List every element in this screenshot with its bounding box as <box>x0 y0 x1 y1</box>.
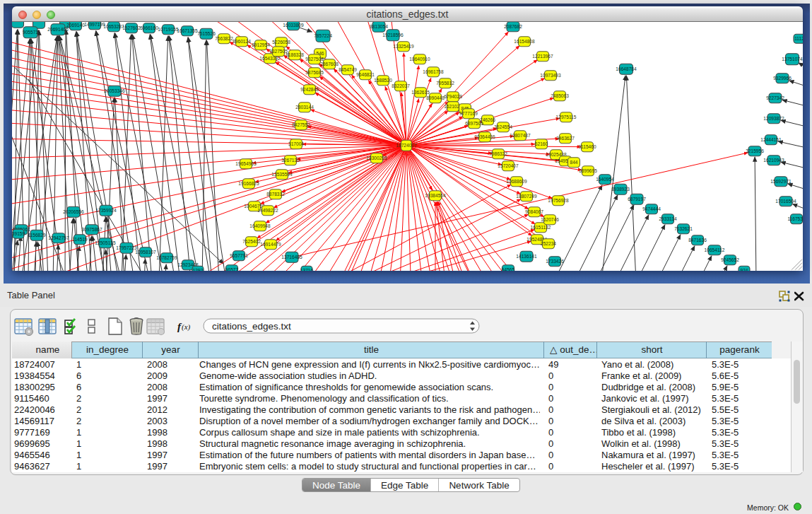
svg-text:9084067: 9084067 <box>525 209 543 214</box>
svg-text:1620746: 1620746 <box>541 217 559 222</box>
svg-text:1640954: 1640954 <box>596 177 614 182</box>
svg-text:1362615: 1362615 <box>411 90 430 95</box>
svg-text:9474444: 9474444 <box>642 206 661 211</box>
svg-text:18300295: 18300295 <box>366 156 387 160</box>
svg-text:2867608: 2867608 <box>320 62 339 66</box>
svg-text:8960124: 8960124 <box>233 39 251 44</box>
svg-text:13716: 13716 <box>300 268 314 271</box>
svg-text:(x): (x) <box>182 322 191 332</box>
svg-text:17359924: 17359924 <box>95 208 117 213</box>
svg-text:7485063: 7485063 <box>551 93 569 98</box>
svg-text:14997199: 14997199 <box>84 22 105 27</box>
svg-text:citations_edges.txt: citations_edges.txt <box>212 321 291 332</box>
svg-text:8878312: 8878312 <box>266 192 285 197</box>
svg-text:19218596: 19218596 <box>382 33 404 37</box>
svg-text:3215956: 3215956 <box>746 148 764 153</box>
svg-text:2933114: 2933114 <box>659 216 677 221</box>
svg-text:20364436: 20364436 <box>474 134 495 139</box>
svg-text:252234: 252234 <box>541 241 556 246</box>
svg-text:2087682: 2087682 <box>504 24 522 29</box>
svg-text:16154808: 16154808 <box>514 39 535 44</box>
svg-text:16210943: 16210943 <box>763 158 784 163</box>
svg-text:94565: 94565 <box>502 267 515 271</box>
svg-text:30975867: 30975867 <box>81 227 102 232</box>
svg-text:10807487: 10807487 <box>510 133 531 138</box>
svg-text:13751074: 13751074 <box>782 57 803 62</box>
svg-text:17016504: 17016504 <box>775 199 796 204</box>
svg-text:6899695: 6899695 <box>579 168 597 173</box>
svg-text:317004: 317004 <box>288 141 304 146</box>
svg-text:16914479: 16914479 <box>260 242 281 247</box>
svg-text:9245652: 9245652 <box>721 257 739 262</box>
svg-text:16671355: 16671355 <box>177 28 198 33</box>
svg-text:7515526: 7515526 <box>197 31 216 36</box>
svg-text:1292: 1292 <box>193 268 204 271</box>
svg-text:9227342: 9227342 <box>766 95 784 100</box>
svg-text:8471636: 8471636 <box>688 238 707 243</box>
svg-text:12505135: 12505135 <box>95 240 116 245</box>
svg-text:10958107: 10958107 <box>135 250 156 255</box>
svg-text:14136141: 14136141 <box>516 254 537 259</box>
svg-text:10719155: 10719155 <box>158 27 179 32</box>
svg-text:15692971: 15692971 <box>770 179 792 184</box>
svg-text:7625402: 7625402 <box>242 239 261 244</box>
svg-text:20206556: 20206556 <box>63 209 84 214</box>
svg-text:14498222: 14498222 <box>257 208 278 213</box>
svg-text:6879197: 6879197 <box>628 197 646 201</box>
svg-text:13716485: 13716485 <box>281 255 302 259</box>
svg-text:6966160: 6966160 <box>140 25 158 30</box>
svg-text:3875685: 3875685 <box>305 70 324 75</box>
svg-text:96577: 96577 <box>225 267 239 271</box>
svg-text:19384554: 19384554 <box>425 193 446 198</box>
svg-text:12093872: 12093872 <box>763 116 784 121</box>
svg-text:1167533: 1167533 <box>787 216 803 221</box>
svg-text:20053346: 20053346 <box>104 88 125 93</box>
svg-text:13325419: 13325419 <box>393 44 414 49</box>
svg-text:19654963: 19654963 <box>235 161 257 166</box>
svg-text:8938923: 8938923 <box>611 187 630 192</box>
svg-text:8427552: 8427552 <box>292 122 310 127</box>
svg-text:7663822: 7663822 <box>215 36 233 41</box>
svg-text:9777169: 9777169 <box>459 111 478 116</box>
svg-text:1733426: 1733426 <box>546 259 564 264</box>
svg-text:9463627: 9463627 <box>556 136 575 141</box>
svg-text:1156829: 1156829 <box>28 233 46 238</box>
svg-text:19756928: 19756928 <box>548 198 569 203</box>
svg-text:2803144: 2803144 <box>295 105 314 110</box>
svg-text:8813054: 8813054 <box>370 24 388 29</box>
svg-text:3624554: 3624554 <box>494 124 512 129</box>
svg-text:114519: 114519 <box>72 237 88 242</box>
svg-text:18807249: 18807249 <box>516 194 537 199</box>
svg-text:9657791: 9657791 <box>230 253 248 258</box>
svg-text:19166825: 19166825 <box>238 181 259 186</box>
svg-text:7955812: 7955812 <box>436 81 454 86</box>
svg-text:2069140: 2069140 <box>66 23 85 28</box>
svg-text:20691406: 20691406 <box>47 27 69 32</box>
svg-text:9115460: 9115460 <box>578 144 596 149</box>
svg-text:9242848: 9242848 <box>300 87 319 92</box>
svg-text:17957223: 17957223 <box>116 245 137 250</box>
svg-text:13535594: 13535594 <box>271 172 293 177</box>
svg-text:5226058: 5226058 <box>272 40 290 45</box>
svg-text:62160: 62160 <box>535 141 548 146</box>
svg-text:16648784: 16648784 <box>616 66 637 71</box>
svg-text:9329966: 9329966 <box>773 76 792 81</box>
svg-text:8454749: 8454749 <box>339 67 357 72</box>
svg-text:8186328: 8186328 <box>286 52 304 57</box>
svg-text:10688609: 10688609 <box>506 179 527 184</box>
svg-text:905571: 905571 <box>23 30 38 35</box>
svg-text:15720407: 15720407 <box>498 163 519 168</box>
svg-text:8912954: 8912954 <box>252 42 270 47</box>
svg-text:10973493: 10973493 <box>540 73 561 78</box>
svg-text:9327508: 9327508 <box>305 57 324 62</box>
svg-text:1527602: 1527602 <box>122 25 141 30</box>
svg-text:10654112: 10654112 <box>705 247 725 252</box>
svg-text:844: 844 <box>570 160 577 165</box>
svg-text:7857224: 7857224 <box>314 33 332 38</box>
svg-text:12444151: 12444151 <box>760 137 782 142</box>
svg-text:16782759: 16782759 <box>156 255 177 260</box>
svg-text:16961758: 16961758 <box>423 69 444 74</box>
svg-text:12213967: 12213967 <box>532 54 553 59</box>
svg-text:1112: 1112 <box>794 36 803 41</box>
svg-text:6897505: 6897505 <box>465 121 483 126</box>
